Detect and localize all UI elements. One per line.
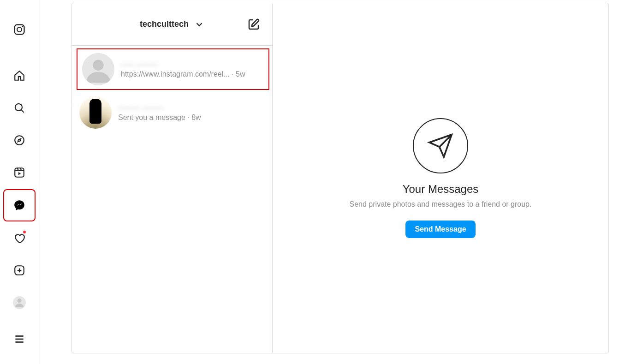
svg-point-17 — [93, 60, 103, 71]
notification-dot — [22, 230, 27, 234]
svg-marker-8 — [18, 172, 21, 175]
main-content: techculttech ––– ––––– https://www.insta… — [39, 0, 637, 364]
avatar — [82, 53, 114, 85]
empty-state-title: Your Messages — [403, 183, 479, 196]
hamburger-icon — [13, 333, 25, 345]
conversation-preview: Sent you a message · 8w — [118, 113, 265, 122]
empty-state-subtitle: Send private photos and messages to a fr… — [350, 200, 532, 209]
messages-panel: techculttech ––– ––––– https://www.insta… — [71, 3, 609, 353]
inbox-header: techculttech — [72, 3, 272, 46]
compass-icon — [13, 134, 25, 146]
avatar — [79, 96, 112, 129]
profile-avatar-icon — [13, 296, 26, 309]
conversation-list: ––– ––––– https://www.instagram.com/reel… — [72, 46, 272, 353]
account-username: techculttech — [140, 19, 189, 29]
instagram-logo[interactable] — [8, 18, 30, 41]
conversation-text: ––– ––––– https://www.instagram.com/reel… — [121, 60, 264, 78]
send-message-button[interactable]: Send Message — [405, 221, 475, 238]
message-empty-state: Your Messages Send private photos and me… — [273, 3, 608, 353]
account-switcher[interactable]: techculttech — [140, 19, 204, 30]
conversation-text: ––––– ––––– Sent you a message · 8w — [118, 103, 265, 122]
conversation-item[interactable]: ––– ––––– https://www.instagram.com/reel… — [77, 48, 269, 90]
messenger-icon — [13, 199, 25, 211]
svg-point-5 — [15, 136, 24, 145]
nav-messages[interactable] — [3, 189, 36, 221]
nav-home[interactable] — [8, 65, 30, 87]
nav-profile[interactable] — [8, 292, 30, 314]
chevron-down-icon — [194, 19, 204, 30]
svg-rect-7 — [15, 168, 24, 177]
instagram-icon — [13, 23, 26, 36]
svg-line-4 — [21, 110, 24, 112]
conversation-preview: https://www.instagram.com/reel... · 5w — [121, 70, 264, 78]
send-circle — [413, 118, 468, 173]
svg-point-3 — [15, 104, 22, 111]
svg-point-2 — [22, 26, 23, 27]
svg-point-12 — [18, 298, 22, 303]
conversation-column: techculttech ––– ––––– https://www.insta… — [72, 3, 273, 353]
nav-sidebar — [0, 0, 39, 364]
conversation-name: ––––– ––––– — [118, 103, 265, 113]
svg-point-1 — [17, 27, 22, 32]
reels-icon — [13, 167, 25, 179]
paper-plane-icon — [427, 132, 454, 159]
nav-reels[interactable] — [8, 161, 30, 184]
compose-button[interactable] — [244, 15, 263, 34]
svg-marker-6 — [18, 139, 21, 142]
create-icon — [13, 264, 25, 276]
search-icon — [13, 102, 25, 114]
nav-more[interactable] — [8, 328, 30, 350]
nav-search[interactable] — [8, 97, 30, 119]
compose-icon — [247, 18, 261, 31]
home-icon — [13, 70, 25, 82]
nav-notifications[interactable] — [8, 227, 30, 249]
nav-explore[interactable] — [8, 129, 30, 151]
conversation-name: ––– ––––– — [121, 60, 264, 69]
conversation-item[interactable]: ––––– ––––– Sent you a message · 8w — [72, 92, 272, 133]
nav-create[interactable] — [8, 259, 30, 281]
